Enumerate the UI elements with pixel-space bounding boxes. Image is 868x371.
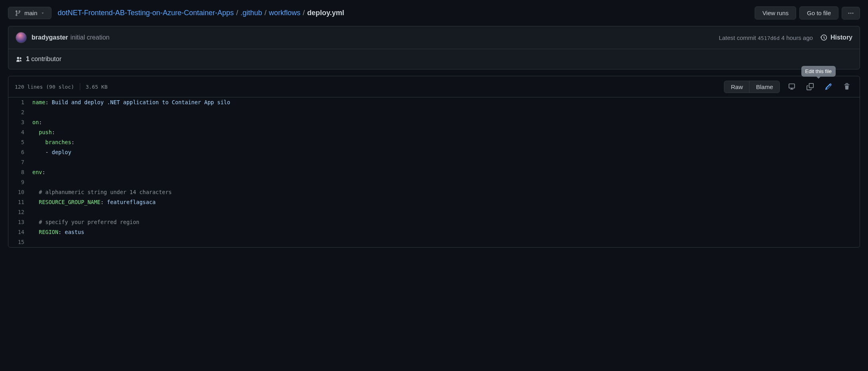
code-area[interactable]: 1name: Build and deploy .NET application… — [8, 97, 860, 247]
line-number[interactable]: 15 — [8, 237, 32, 247]
file-toolbar: 120 lines (90 sloc) 3.65 KB Raw Blame Ed… — [8, 76, 860, 97]
line-number[interactable]: 14 — [8, 227, 32, 237]
blame-button[interactable]: Blame — [749, 81, 779, 93]
breadcrumb-path2[interactable]: workflows — [269, 9, 301, 17]
svg-point-1 — [850, 12, 852, 14]
code-line: 7 — [8, 157, 860, 167]
line-number[interactable]: 4 — [8, 127, 32, 137]
line-number[interactable]: 2 — [8, 107, 32, 117]
pencil-icon — [825, 83, 832, 90]
raw-button[interactable]: Raw — [724, 81, 749, 93]
branch-icon — [15, 10, 21, 16]
branch-name: main — [24, 10, 38, 16]
commit-meta: Latest commit 4517d6d 4 hours ago — [719, 34, 813, 41]
line-number[interactable]: 5 — [8, 137, 32, 147]
line-content[interactable]: env: — [32, 167, 45, 177]
code-line: 6 - deploy — [8, 147, 860, 157]
line-number[interactable]: 13 — [8, 217, 32, 227]
kebab-icon — [848, 10, 854, 16]
history-link[interactable]: History — [820, 34, 852, 41]
line-content[interactable]: REGION: eastus — [32, 227, 84, 237]
file-size: 3.65 KB — [86, 84, 108, 90]
line-number[interactable]: 9 — [8, 177, 32, 187]
history-icon — [820, 34, 827, 41]
breadcrumb-path1[interactable]: .github — [241, 9, 262, 17]
line-content[interactable]: # alphanumeric string under 14 character… — [32, 187, 172, 197]
code-line: 12 — [8, 207, 860, 217]
people-icon — [16, 56, 23, 63]
edit-button[interactable] — [822, 80, 835, 93]
line-number[interactable]: 3 — [8, 117, 32, 127]
line-number[interactable]: 7 — [8, 157, 32, 167]
line-content[interactable]: - deploy — [32, 147, 71, 157]
trash-icon — [843, 83, 850, 90]
edit-tooltip: Edit this file — [801, 66, 836, 77]
commit-author[interactable]: bradygaster — [32, 34, 68, 41]
code-line: 3on: — [8, 117, 860, 127]
caret-down-icon — [41, 11, 45, 15]
code-line: 1name: Build and deploy .NET application… — [8, 97, 860, 107]
commit-time: 4 hours ago — [781, 34, 813, 41]
commit-header: bradygaster initial creation Latest comm… — [8, 26, 860, 49]
code-line: 5 branches: — [8, 137, 860, 147]
copy-icon — [807, 83, 814, 90]
delete-button[interactable] — [840, 80, 853, 93]
code-line: 8env: — [8, 167, 860, 177]
divider — [80, 83, 80, 90]
contributor-count: 1 — [26, 56, 30, 62]
avatar[interactable] — [16, 32, 27, 43]
line-number[interactable]: 6 — [8, 147, 32, 157]
go-to-file-button[interactable]: Go to file — [799, 6, 838, 20]
code-line: 9 — [8, 177, 860, 187]
contributors-row: 1 contributor — [8, 49, 860, 69]
file-lines: 120 lines (90 sloc) — [15, 84, 74, 90]
line-content[interactable]: # specify your preferred region — [32, 217, 139, 227]
code-line: 2 — [8, 107, 860, 117]
line-number[interactable]: 8 — [8, 167, 32, 177]
line-number[interactable]: 12 — [8, 207, 32, 217]
raw-blame-group: Raw Blame — [724, 81, 780, 93]
latest-commit-label: Latest commit — [719, 34, 756, 41]
code-line: 13 # specify your preferred region — [8, 217, 860, 227]
line-content[interactable]: push: — [32, 127, 55, 137]
line-content[interactable]: RESOURCE_GROUP_NAME: featureflagsaca — [32, 197, 156, 207]
svg-point-2 — [852, 12, 854, 14]
view-runs-button[interactable]: View runs — [755, 6, 796, 20]
line-number[interactable]: 10 — [8, 187, 32, 197]
history-label: History — [830, 34, 852, 41]
file-box: 120 lines (90 sloc) 3.65 KB Raw Blame Ed… — [8, 76, 860, 248]
line-content[interactable]: on: — [32, 117, 42, 127]
code-line: 15 — [8, 237, 860, 247]
line-number[interactable]: 1 — [8, 97, 32, 107]
branch-selector[interactable]: main — [8, 7, 51, 19]
breadcrumb: dotNET-Frontend-AB-Testing-on-Azure-Cont… — [58, 9, 344, 17]
breadcrumb-sep: / — [236, 9, 238, 17]
more-options-button[interactable] — [842, 7, 860, 20]
commit-message[interactable]: initial creation — [71, 34, 110, 41]
code-line: 11 RESOURCE_GROUP_NAME: featureflagsaca — [8, 197, 860, 207]
code-line: 10 # alphanumeric string under 14 charac… — [8, 187, 860, 197]
file-info: 120 lines (90 sloc) 3.65 KB — [15, 83, 108, 90]
breadcrumb-sep: / — [303, 9, 305, 17]
breadcrumb-repo[interactable]: dotNET-Frontend-AB-Testing-on-Azure-Cont… — [58, 9, 234, 17]
desktop-button[interactable] — [785, 80, 798, 93]
copy-button[interactable] — [804, 80, 817, 93]
line-content[interactable]: branches: — [32, 137, 75, 147]
contributor-label: contributor — [31, 56, 61, 62]
commit-box: bradygaster initial creation Latest comm… — [8, 26, 860, 69]
commit-hash[interactable]: 4517d6d — [758, 35, 780, 41]
file-header-row: main dotNET-Frontend-AB-Testing-on-Azure… — [8, 0, 860, 26]
breadcrumb-current: deploy.yml — [307, 9, 344, 17]
desktop-icon — [788, 83, 795, 90]
breadcrumb-sep: / — [265, 9, 267, 17]
svg-point-0 — [848, 12, 850, 14]
line-number[interactable]: 11 — [8, 197, 32, 207]
code-line: 4 push: — [8, 127, 860, 137]
code-line: 14 REGION: eastus — [8, 227, 860, 237]
line-content[interactable]: name: Build and deploy .NET application … — [32, 97, 230, 107]
